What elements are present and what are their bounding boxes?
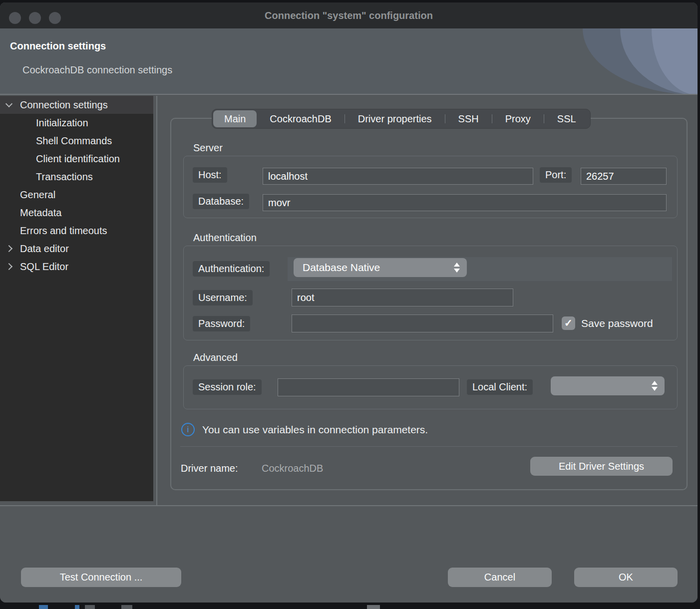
- sidebar-item-initialization[interactable]: Initialization: [0, 114, 153, 132]
- advanced-group: Session role: Local Client:: [183, 365, 678, 409]
- sidebar-item-errors-and-timeouts[interactable]: Errors and timeouts: [0, 222, 153, 240]
- background-window-fragment: [85, 605, 95, 609]
- background-window-fragment: [121, 605, 132, 609]
- server-group: Host: Port: Database:: [183, 156, 678, 218]
- authentication-label: Authentication:: [193, 261, 270, 277]
- test-connection-button[interactable]: Test Connection ...: [21, 568, 181, 587]
- database-label: Database:: [193, 194, 249, 209]
- background-window-fragment: [39, 605, 48, 609]
- sidebar-tree: Connection settingsInitializationShell C…: [0, 96, 153, 501]
- sidebar-item-shell-commands[interactable]: Shell Commands: [0, 132, 153, 150]
- tab-driver-properties[interactable]: Driver properties: [345, 109, 445, 129]
- wizard-header: Connection settings CockroachDB connecti…: [0, 28, 698, 95]
- authentication-select[interactable]: Database Native: [294, 258, 467, 277]
- tab-main[interactable]: Main: [213, 110, 257, 127]
- authentication-select-value: Database Native: [303, 262, 380, 274]
- local-client-select[interactable]: [551, 376, 665, 395]
- sidebar-item-connection-settings[interactable]: Connection settings: [0, 96, 153, 114]
- sidebar-item-label: Shell Commands: [36, 135, 112, 147]
- chevron-down-icon[interactable]: [5, 100, 12, 107]
- sidebar-item-label: Metadata: [20, 207, 61, 219]
- chevron-updown-icon: [454, 263, 460, 273]
- driver-separator: [180, 446, 678, 447]
- cancel-button[interactable]: Cancel: [448, 568, 552, 587]
- sidebar-item-label: Connection settings: [20, 99, 108, 111]
- chevron-right-icon[interactable]: [5, 245, 12, 252]
- chevron-right-icon[interactable]: [5, 263, 12, 270]
- edit-driver-settings-button[interactable]: Edit Driver Settings: [530, 457, 673, 476]
- host-label: Host:: [193, 167, 227, 183]
- password-label: Password:: [193, 316, 250, 331]
- sidebar-item-transactions[interactable]: Transactions: [0, 168, 153, 186]
- host-input[interactable]: [263, 168, 533, 185]
- sidebar-item-label: SQL Editor: [20, 261, 68, 273]
- sidebar-item-label: Client identification: [36, 153, 120, 165]
- sidebar-item-label: Errors and timeouts: [20, 225, 107, 237]
- connection-configuration-dialog: Connection "system" configuration Connec…: [0, 2, 698, 603]
- chevron-updown-icon: [652, 381, 658, 391]
- username-label: Username:: [193, 290, 253, 305]
- driver-name-value: CockroachDB: [262, 463, 323, 474]
- background-window-fragment: [367, 605, 380, 609]
- tab-ssl[interactable]: SSL: [544, 109, 589, 129]
- main-area: MainCockroachDBDriver propertiesSSHProxy…: [157, 96, 698, 505]
- sidebar-item-sql-editor[interactable]: SQL Editor: [0, 258, 153, 276]
- sidebar-item-client-identification[interactable]: Client identification: [0, 150, 153, 168]
- window-title: Connection "system" configuration: [0, 2, 698, 28]
- sidebar-item-metadata[interactable]: Metadata: [0, 204, 153, 222]
- page-title: Connection settings: [10, 40, 106, 52]
- page-subtitle: CockroachDB connection settings: [22, 64, 172, 76]
- authentication-section-label: Authentication: [193, 232, 257, 244]
- sidebar-item-label: Transactions: [36, 171, 93, 183]
- server-section-label: Server: [193, 142, 223, 154]
- sidebar-item-data-editor[interactable]: Data editor: [0, 240, 153, 258]
- local-client-label: Local Client:: [467, 379, 533, 395]
- info-icon: i: [181, 423, 195, 436]
- username-input[interactable]: [292, 289, 513, 306]
- save-password-checkbox[interactable]: ✓: [562, 316, 575, 330]
- background-window-fragment: [75, 605, 79, 609]
- main-tab-panel: Server Host: Port: Database: Authenticat…: [170, 118, 688, 490]
- database-input[interactable]: [263, 194, 667, 211]
- session-role-label: Session role:: [193, 379, 262, 395]
- dialog-footer: Test Connection ... Cancel OK: [0, 506, 698, 603]
- sidebar-item-general[interactable]: General: [0, 186, 153, 204]
- titlebar[interactable]: Connection "system" configuration: [0, 2, 698, 28]
- tab-bar: MainCockroachDBDriver propertiesSSHProxy…: [212, 109, 591, 129]
- port-input[interactable]: [581, 168, 667, 185]
- port-label: Port:: [540, 167, 572, 183]
- screen: Connection "system" configuration Connec…: [0, 0, 700, 609]
- sidebar-item-label: Initialization: [36, 117, 88, 129]
- info-message: You can use variables in connection para…: [202, 424, 428, 436]
- tab-ssh[interactable]: SSH: [445, 109, 492, 129]
- session-role-input[interactable]: [278, 378, 459, 396]
- advanced-section-label: Advanced: [193, 352, 238, 363]
- save-password-label[interactable]: Save password: [581, 317, 674, 329]
- ok-button[interactable]: OK: [574, 568, 678, 587]
- sidebar-item-label: General: [20, 189, 55, 201]
- password-input[interactable]: [292, 314, 553, 332]
- driver-name-label: Driver name:: [181, 463, 238, 474]
- tab-cockroachdb[interactable]: CockroachDB: [257, 109, 344, 129]
- authentication-group: Authentication: Database Native Username…: [183, 246, 678, 340]
- tab-proxy[interactable]: Proxy: [492, 109, 544, 129]
- sidebar-item-label: Data editor: [20, 243, 69, 255]
